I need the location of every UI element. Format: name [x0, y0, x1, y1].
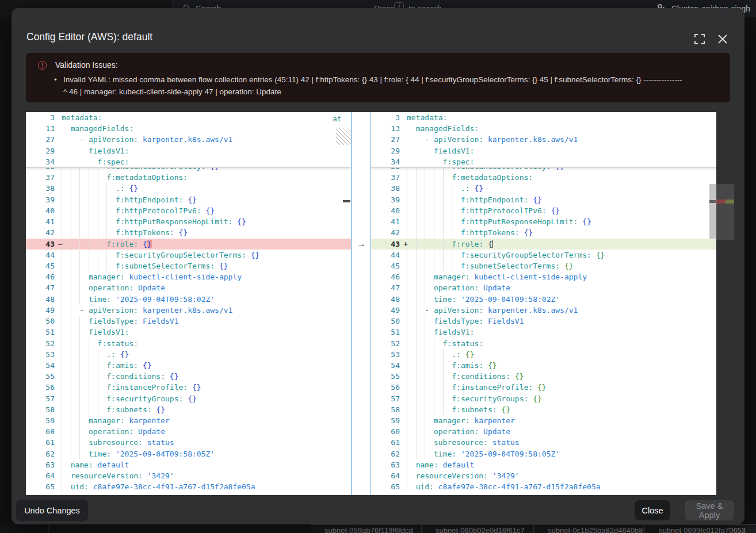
- line-number[interactable]: 46: [371, 271, 400, 282]
- line-number[interactable]: 48: [26, 294, 55, 305]
- sticky-line-34[interactable]: 34f:spec:: [26, 156, 351, 167]
- code-line-37[interactable]: 37f:metadataOptions:: [26, 172, 351, 183]
- line-number[interactable]: 43−: [26, 239, 55, 250]
- sticky-line-29[interactable]: 29fieldsV1:: [371, 145, 716, 156]
- code-line-41[interactable]: 41f:httpPutResponseHopLimit: {}: [26, 216, 351, 227]
- line-number[interactable]: 59: [26, 415, 55, 426]
- line-number[interactable]: 3: [371, 112, 400, 123]
- code-line-55[interactable]: 55f:conditions: {}: [371, 371, 716, 382]
- code-line-61[interactable]: 61subresource: status: [371, 437, 716, 448]
- code-line-66[interactable]: 66spec:: [371, 493, 716, 495]
- line-number[interactable]: 38: [371, 183, 400, 194]
- code-line-51[interactable]: 51fieldsV1:: [371, 327, 716, 338]
- line-number[interactable]: 34: [371, 156, 400, 167]
- code-line-59[interactable]: 59manager: karpenter: [26, 415, 351, 426]
- code-line-64[interactable]: 64resourceVersion: '3429': [371, 470, 716, 481]
- line-number[interactable]: 66: [26, 493, 55, 495]
- line-number[interactable]: 49: [26, 305, 55, 316]
- code-line-49[interactable]: 49- apiVersion: karpenter.k8s.aws/v1: [26, 305, 351, 316]
- line-number[interactable]: 65: [26, 481, 55, 492]
- code-line-56[interactable]: 56f:instanceProfile: {}: [371, 382, 716, 393]
- code-line-63[interactable]: 63name: default: [26, 459, 351, 470]
- line-number[interactable]: 56: [26, 382, 55, 393]
- line-number[interactable]: 63: [371, 459, 400, 470]
- code-line-60[interactable]: 60operation: Update: [371, 426, 716, 437]
- line-number[interactable]: 51: [371, 327, 400, 338]
- line-number[interactable]: 39: [26, 194, 55, 205]
- line-number[interactable]: 53: [26, 349, 55, 360]
- line-number[interactable]: 58: [371, 404, 400, 415]
- code-line-63[interactable]: 63name: default: [371, 459, 716, 470]
- code-line-57[interactable]: 57f:securityGroups: {}: [371, 393, 716, 404]
- line-number[interactable]: 55: [26, 371, 55, 382]
- fullscreen-button[interactable]: [694, 33, 707, 45]
- line-number[interactable]: 37: [26, 172, 55, 183]
- line-number[interactable]: 45: [26, 260, 55, 271]
- sticky-line-34[interactable]: 34f:spec:: [371, 156, 716, 167]
- code-line-44[interactable]: 44f:securityGroupSelectorTerms: {}: [371, 250, 716, 260]
- code-line-45[interactable]: 45f:subnetSelectorTerms: {}: [371, 260, 716, 271]
- line-number[interactable]: 59: [371, 415, 400, 426]
- code-line-65[interactable]: 65uid: c8afe97e-38cc-4f91-a767-d15f2a8fe…: [26, 481, 351, 492]
- code-line-61[interactable]: 61subresource: status: [26, 437, 351, 448]
- line-number[interactable]: 27: [371, 134, 400, 145]
- line-number[interactable]: 29: [26, 145, 55, 156]
- code-line-42[interactable]: 42f:httpTokens: {}: [371, 227, 716, 238]
- code-line-50[interactable]: 50fieldsType: FieldsV1: [371, 316, 716, 327]
- code-line-40[interactable]: 40f:httpProtocolIPv6: {}: [371, 205, 716, 216]
- code-line-40[interactable]: 40f:httpProtocolIPv6: {}: [26, 205, 351, 216]
- revert-change-arrow-button[interactable]: →: [354, 238, 369, 249]
- line-number[interactable]: 57: [26, 393, 55, 404]
- code-line-53[interactable]: 53.: {}: [26, 349, 351, 360]
- line-number[interactable]: 61: [371, 437, 400, 448]
- code-line-60[interactable]: 60operation: Update: [26, 426, 351, 437]
- code-line-37[interactable]: 37f:metadataOptions:: [371, 172, 716, 183]
- line-number[interactable]: 58: [26, 404, 55, 415]
- code-line-58[interactable]: 58f:subnets: {}: [371, 404, 716, 415]
- close-modal-button[interactable]: [717, 33, 730, 45]
- line-number[interactable]: 13: [371, 123, 400, 134]
- line-number[interactable]: 62: [371, 448, 400, 459]
- line-number[interactable]: 29: [371, 145, 400, 156]
- code-line-49[interactable]: 49- apiVersion: karpenter.k8s.aws/v1: [371, 305, 716, 316]
- line-number[interactable]: 13: [26, 123, 55, 134]
- code-line-45[interactable]: 45f:subnetSelectorTerms: {}: [26, 260, 351, 271]
- code-line-43[interactable]: 43−f:role: {}: [26, 239, 351, 250]
- line-number[interactable]: 27: [26, 134, 55, 145]
- line-number[interactable]: 55: [371, 371, 400, 382]
- line-number[interactable]: 53: [371, 349, 400, 360]
- line-number[interactable]: 65: [371, 481, 400, 492]
- line-number[interactable]: 50: [26, 316, 55, 327]
- code-line-46[interactable]: 46manager: kubectl-client-side-apply: [26, 271, 351, 282]
- code-line-50[interactable]: 50fieldsType: FieldsV1: [26, 316, 351, 327]
- code-line-39[interactable]: 39f:httpEndpoint: {}: [371, 194, 716, 205]
- line-number[interactable]: 52: [26, 338, 55, 349]
- code-line-43[interactable]: 43+f:role: {: [371, 239, 716, 250]
- code-line-44[interactable]: 44f:securityGroupSelectorTerms: {}: [26, 250, 351, 260]
- line-number[interactable]: 50: [371, 316, 400, 327]
- code-line-56[interactable]: 56f:instanceProfile: {}: [26, 382, 351, 393]
- line-number[interactable]: 64: [371, 470, 400, 481]
- line-number[interactable]: 57: [371, 393, 400, 404]
- line-number[interactable]: 44: [371, 250, 400, 260]
- sticky-line-27[interactable]: 27- apiVersion: karpenter.k8s.aws/v1: [26, 134, 351, 145]
- code-line-57[interactable]: 57f:securityGroups: {}: [26, 393, 351, 404]
- diff-overview-ruler[interactable]: [716, 112, 734, 495]
- code-line-55[interactable]: 55f:conditions: {}: [26, 371, 351, 382]
- line-number[interactable]: 48: [371, 294, 400, 305]
- sticky-line-3[interactable]: 3metadata:: [26, 112, 351, 123]
- code-line-38[interactable]: 38.: {}: [26, 183, 351, 194]
- original-editor-pane[interactable]: 36f:instanceStorePolicy: {}37f:metadataO…: [26, 112, 351, 495]
- line-number[interactable]: 49: [371, 305, 400, 316]
- line-number[interactable]: 56: [371, 382, 400, 393]
- code-line-38[interactable]: 38.: {}: [371, 183, 716, 194]
- code-line-54[interactable]: 54f:amis: {}: [371, 360, 716, 371]
- code-line-47[interactable]: 47operation: Update: [371, 282, 716, 293]
- line-number[interactable]: 63: [26, 459, 55, 470]
- code-line-64[interactable]: 64resourceVersion: '3429': [26, 470, 351, 481]
- line-number[interactable]: 52: [371, 338, 400, 349]
- code-line-53[interactable]: 53.: {}: [371, 349, 716, 360]
- line-number[interactable]: 40: [371, 205, 400, 216]
- line-number[interactable]: 47: [371, 282, 400, 293]
- code-line-52[interactable]: 52f:status:: [371, 338, 716, 349]
